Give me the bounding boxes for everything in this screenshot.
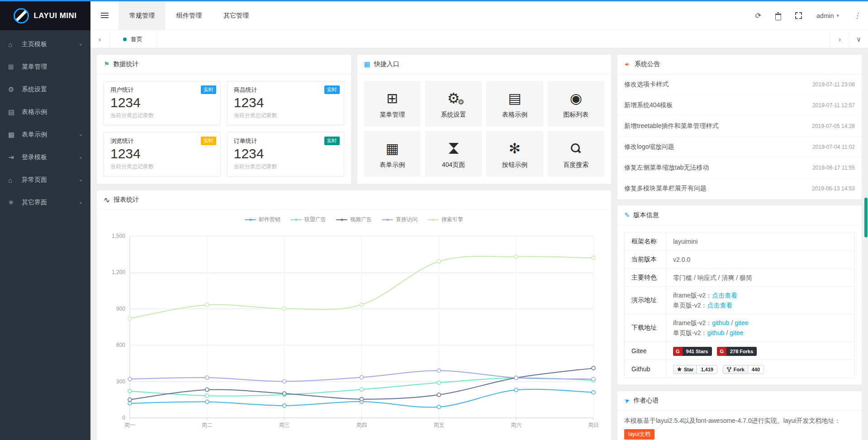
sidebar-item-other-ui[interactable]: ✳ 其它界面 ∨ [0, 191, 90, 214]
quick-item-baidu-search[interactable]: 百度搜索 [548, 131, 604, 177]
window-icon: ⊞ [386, 91, 398, 105]
sidebar-item-label: 其它界面 [22, 199, 79, 207]
stat-caption: 当前分类总记录数 [234, 112, 337, 119]
dot-icon [123, 38, 127, 41]
quick-item-form-example[interactable]: ▦ 表单示例 [364, 131, 421, 177]
refresh-button[interactable]: ⟳ [754, 11, 760, 20]
clear-cache-button[interactable] [775, 12, 781, 19]
card-header: ⚑ 数据统计 [97, 55, 351, 74]
legend-item[interactable]: 联盟广告 [290, 216, 326, 223]
quick-item-label: 图标列表 [563, 111, 588, 119]
announcement-item[interactable]: 新增treetable插件和菜单管理样式 2019-07-05 14:28 [617, 116, 862, 137]
tabs-scroll-left-button[interactable]: ‹ [90, 30, 109, 48]
sidebar-item-error-pages[interactable]: ⌂ 异常页面 ∨ [0, 169, 90, 191]
quick-item-system-settings[interactable]: ⚙ 系统设置 [425, 81, 482, 127]
fork-icon [726, 367, 732, 372]
user-menu[interactable]: admin ▾ [816, 12, 839, 19]
layui-doc-badge[interactable]: layui文档 [624, 429, 655, 440]
stat-caption: 当前分类总记录数 [110, 112, 214, 119]
announcement-item[interactable]: 修改logo缩放问题 2019-07-04 11:02 [617, 137, 862, 157]
home-icon: ⌂ [8, 176, 20, 184]
sidebar-item-login-template[interactable]: ⇥ 登录模板 ∨ [0, 146, 90, 169]
demo-spa-link[interactable]: 点击查看 [707, 302, 732, 309]
quick-item-menu-management[interactable]: ⊞ 菜单管理 [364, 81, 421, 127]
badge-text: 941 Stars [683, 347, 712, 356]
version-row-value: v2.0.0 [666, 251, 855, 269]
stat-label: 订单统计 [234, 137, 337, 145]
quick-item-label: 表格示例 [502, 111, 527, 119]
version-row-value: 零门槛 / 响应式 / 清爽 / 极简 [666, 269, 855, 287]
card-title: 系统公告 [635, 60, 660, 68]
more-menu-button[interactable]: ⋮ [854, 11, 861, 20]
fullscreen-icon [795, 12, 802, 19]
chevron-down-icon: ∨ [79, 43, 82, 46]
scrollbar-thumb[interactable] [864, 198, 868, 237]
header: 常规管理 组件管理 其它管理 ⟳ admin ▾ ⋮ [90, 1, 868, 30]
announcement-date: 2019-07-05 14:28 [812, 123, 855, 129]
tab-label: 首页 [131, 35, 142, 43]
version-row-label: 主要特色 [625, 269, 666, 287]
announcement-item[interactable]: 修复左侧菜单缩放tab无法移动 2019-06-17 11:55 [617, 157, 862, 178]
legend-label: 直接访问 [396, 216, 417, 223]
badge-text: Fork [734, 365, 745, 374]
link-separator: / [730, 319, 735, 326]
version-row-label: 演示地址 [625, 287, 666, 314]
gitee-forks-badge[interactable]: G 278 Forks [717, 347, 757, 356]
status-badge: 实时 [324, 85, 340, 94]
tabs-scroll-right-button[interactable]: › [830, 30, 849, 48]
legend-marker-icon [245, 219, 256, 220]
download-github-link[interactable]: github [712, 319, 729, 326]
stat-label: 浏览统计 [110, 137, 214, 145]
file-icon: ▤ [508, 91, 521, 105]
author-words-card: ➤ 作者心语 本模板基于layui2.5.4以及font-awesome-4.7… [617, 391, 862, 440]
svg-text:300: 300 [116, 378, 125, 385]
announcement-date: 2019-06-13 14:53 [812, 185, 855, 192]
gitee-stars-badge[interactable]: G 941 Stars [673, 347, 712, 356]
quick-item-404-page[interactable]: 404页面 [425, 131, 482, 177]
announcement-item[interactable]: 修复多模块菜单栏展开有问题 2019-06-13 14:53 [617, 178, 862, 199]
asterisk-icon: ✳ [8, 199, 20, 207]
legend-item[interactable]: 直接访问 [382, 216, 417, 223]
download-gitee-link[interactable]: gitee [730, 329, 743, 336]
sidebar-item-menu-management[interactable]: ⊞ 菜单管理 [0, 56, 90, 78]
header-tab-component-management[interactable]: 组件管理 [166, 1, 213, 30]
download-gitee-link[interactable]: gitee [735, 319, 748, 326]
legend-item[interactable]: 邮件营销 [245, 216, 280, 223]
legend-item[interactable]: 搜索引擎 [427, 216, 463, 223]
tab-home[interactable]: 首页 [109, 30, 157, 48]
legend-item[interactable]: 视频广告 [336, 216, 372, 223]
sidebar-item-system-settings[interactable]: ⚙ 系统设置 [0, 78, 90, 101]
tabs-menu-button[interactable]: ∨ [849, 30, 868, 48]
home-icon: ⌂ [8, 41, 20, 48]
status-badge: 实时 [324, 137, 340, 145]
demo-iframe-link[interactable]: 点击查看 [712, 292, 737, 299]
announcement-text: 修改logo缩放问题 [624, 143, 674, 151]
sidebar-item-form-example[interactable]: ▦ 表单示例 ∨ [0, 123, 90, 146]
version-row-label: 框架名称 [625, 232, 666, 251]
announcement-text: 修复左侧菜单缩放tab无法移动 [624, 164, 709, 172]
badge-text: Star [684, 365, 693, 374]
quick-item-icon-list[interactable]: ◉ 图标列表 [548, 81, 604, 127]
github-star-badge[interactable]: Star 1,419 [673, 365, 717, 374]
gitee-icon: G [673, 347, 683, 356]
github-fork-badge[interactable]: Fork 440 [723, 365, 764, 374]
announcement-item[interactable]: 新增系统404模板 2019-07-11 12:57 [617, 95, 862, 116]
logo[interactable]: LAYUI MINI [0, 1, 90, 30]
header-tab-regular-management[interactable]: 常规管理 [119, 1, 166, 30]
file-icon: ▤ [8, 108, 20, 116]
menu-toggle-button[interactable] [90, 1, 119, 30]
download-github-link[interactable]: github [707, 329, 724, 336]
version-row-label: 下载地址 [625, 314, 666, 342]
sidebar-item-label: 系统设置 [22, 85, 82, 94]
legend-marker-icon [336, 219, 347, 220]
quick-item-label: 百度搜索 [563, 161, 588, 169]
announcement-item[interactable]: 修改选项卡样式 2019-07-11 23:06 [617, 74, 862, 95]
quick-item-table-example[interactable]: ▤ 表格示例 [486, 81, 543, 127]
sidebar-item-table-example[interactable]: ▤ 表格示例 [0, 101, 90, 123]
fullscreen-button[interactable] [795, 12, 802, 19]
sidebar-item-home-template[interactable]: ⌂ 主页模板 ∨ [0, 33, 90, 56]
calendar-icon: ▦ [8, 131, 20, 139]
quick-item-button-example[interactable]: ✻ 按钮示例 [486, 131, 543, 177]
header-tab-other-management[interactable]: 其它管理 [213, 1, 260, 30]
logo-text: LAYUI MINI [33, 11, 76, 20]
